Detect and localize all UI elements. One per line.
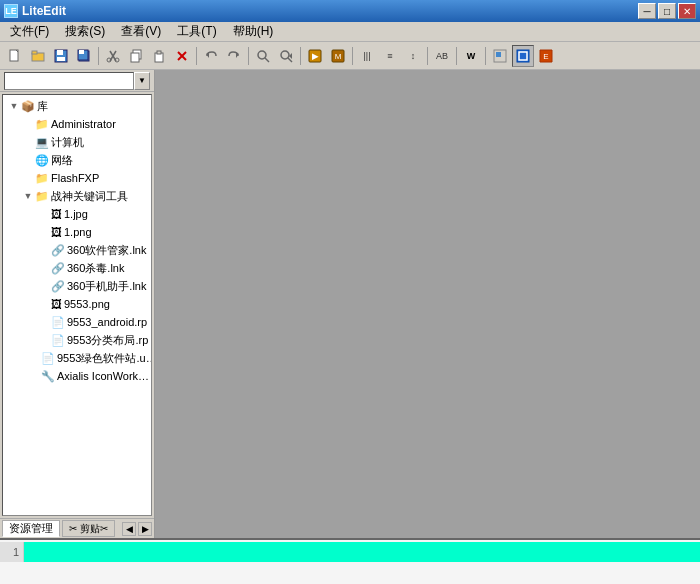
- svg-rect-8: [79, 50, 84, 54]
- tool-copy[interactable]: [125, 45, 147, 67]
- tool-redo[interactable]: [223, 45, 245, 67]
- tool-b8[interactable]: E: [535, 45, 557, 67]
- tool-open[interactable]: [27, 45, 49, 67]
- tab-scroll-left[interactable]: ◀: [122, 522, 136, 536]
- menu-help[interactable]: 帮助(H): [225, 21, 282, 42]
- left-panel-tabs: 资源管理 ✂ 剪贴✂ ◀ ▶: [0, 518, 154, 538]
- tree-item-360mobile[interactable]: 🔗 360手机助手.lnk: [5, 277, 149, 295]
- toolbar: ▶ M ||| ≡ ↕ AB W E: [0, 42, 700, 70]
- app-icon: LE: [4, 4, 18, 18]
- tree-item-1png[interactable]: 🖼 1.png: [5, 223, 149, 241]
- file-tree[interactable]: ▼ 📦 库 📁 Administrator 💻 计算机 🌐 网络: [2, 94, 152, 516]
- line-content-1[interactable]: [24, 542, 700, 562]
- toolbar-sep-7: [456, 47, 457, 65]
- line-number-1: 1: [0, 542, 24, 562]
- tool-cut[interactable]: [102, 45, 124, 67]
- tree-item-computer[interactable]: 💻 计算机: [5, 133, 149, 151]
- menu-bar: 文件(F) 搜索(S) 查看(V) 工具(T) 帮助(H): [0, 22, 700, 42]
- tree-item-9553layout[interactable]: 📄 9553分类布局.rp: [5, 331, 149, 349]
- tool-delete[interactable]: [171, 45, 193, 67]
- svg-point-21: [258, 51, 266, 59]
- tool-b7[interactable]: [512, 45, 534, 67]
- tree-item-9553android[interactable]: 📄 9553_android.rp: [5, 313, 149, 331]
- svg-rect-2: [32, 51, 37, 54]
- title-bar: LE LiteEdit ─ □ ✕: [0, 0, 700, 22]
- code-lines[interactable]: 1: [0, 540, 700, 584]
- tool-new[interactable]: [4, 45, 26, 67]
- dropdown-arrow[interactable]: ▼: [134, 72, 150, 90]
- menu-view[interactable]: 查看(V): [113, 21, 169, 42]
- tool-save-all[interactable]: [73, 45, 95, 67]
- window-controls: ─ □ ✕: [638, 3, 696, 19]
- menu-search[interactable]: 搜索(S): [57, 21, 113, 42]
- svg-line-24: [288, 58, 292, 62]
- bottom-area: 1 ◀ ▶ 查找替换1 查找替换2 捕捉输出1 捕捉 ◀: [0, 538, 700, 584]
- tool-find-next[interactable]: [275, 45, 297, 67]
- toolbar-sep-1: [98, 47, 99, 65]
- menu-tools[interactable]: 工具(T): [169, 21, 224, 42]
- svg-rect-16: [157, 51, 161, 54]
- toolbar-sep-6: [427, 47, 428, 65]
- tree-item-1jpg[interactable]: 🖼 1.jpg: [5, 205, 149, 223]
- tree-item-library[interactable]: ▼ 📦 库: [5, 97, 149, 115]
- tool-save[interactable]: [50, 45, 72, 67]
- tool-undo[interactable]: [200, 45, 222, 67]
- tree-item-axialis[interactable]: 🔧 Axialis IconWork…: [5, 367, 149, 385]
- tree-item-zhanshen[interactable]: ▼ 📁 战神关键词工具: [5, 187, 149, 205]
- tool-paste[interactable]: [148, 45, 170, 67]
- tab-resource-manager[interactable]: 资源管理: [2, 520, 60, 537]
- tab-clipboard[interactable]: ✂ 剪贴✂: [62, 520, 115, 537]
- path-dropdown[interactable]: [4, 72, 134, 90]
- tree-item-360av[interactable]: 🔗 360杀毒.lnk: [5, 259, 149, 277]
- svg-rect-4: [57, 50, 63, 55]
- tool-b2[interactable]: ≡: [379, 45, 401, 67]
- svg-rect-31: [496, 52, 501, 57]
- svg-point-23: [281, 51, 289, 59]
- toolbar-sep-3: [248, 47, 249, 65]
- tool-b3[interactable]: ↕: [402, 45, 424, 67]
- code-row-1: 1: [0, 542, 700, 562]
- tree-item-flashfxp[interactable]: 📁 FlashFXP: [5, 169, 149, 187]
- tool-find[interactable]: [252, 45, 274, 67]
- tool-b6[interactable]: [489, 45, 511, 67]
- tab-scroll-right[interactable]: ▶: [138, 522, 152, 536]
- menu-file[interactable]: 文件(F): [2, 21, 57, 42]
- tool-run[interactable]: ▶: [304, 45, 326, 67]
- svg-line-22: [265, 58, 269, 62]
- left-panel-header: ▼: [0, 70, 154, 92]
- tool-b4[interactable]: AB: [431, 45, 453, 67]
- svg-rect-5: [57, 57, 65, 61]
- svg-rect-14: [131, 53, 139, 62]
- tool-b1[interactable]: |||: [356, 45, 378, 67]
- tree-item-360soft[interactable]: 🔗 360软件管家.lnk: [5, 241, 149, 259]
- tree-item-admin[interactable]: 📁 Administrator: [5, 115, 149, 133]
- tree-item-9553png[interactable]: 🖼 9553.png: [5, 295, 149, 313]
- editor-area[interactable]: [155, 70, 700, 538]
- svg-text:M: M: [335, 52, 342, 61]
- tool-macro[interactable]: M: [327, 45, 349, 67]
- main-area: ▼ ▼ 📦 库 📁 Administrator 💻 计算机: [0, 70, 700, 538]
- tool-b5[interactable]: W: [460, 45, 482, 67]
- minimize-button[interactable]: ─: [638, 3, 656, 19]
- left-panel: ▼ ▼ 📦 库 📁 Administrator 💻 计算机: [0, 70, 155, 538]
- tree-item-network[interactable]: 🌐 网络: [5, 151, 149, 169]
- close-button[interactable]: ✕: [678, 3, 696, 19]
- svg-rect-0: [10, 50, 18, 61]
- tree-item-9553green[interactable]: 📄 9553绿色软件站.u…: [5, 349, 149, 367]
- maximize-button[interactable]: □: [658, 3, 676, 19]
- toolbar-sep-4: [300, 47, 301, 65]
- toolbar-sep-8: [485, 47, 486, 65]
- toolbar-sep-5: [352, 47, 353, 65]
- svg-text:E: E: [543, 52, 548, 61]
- toolbar-sep-2: [196, 47, 197, 65]
- window-title: LiteEdit: [22, 4, 638, 18]
- svg-text:▶: ▶: [312, 52, 319, 61]
